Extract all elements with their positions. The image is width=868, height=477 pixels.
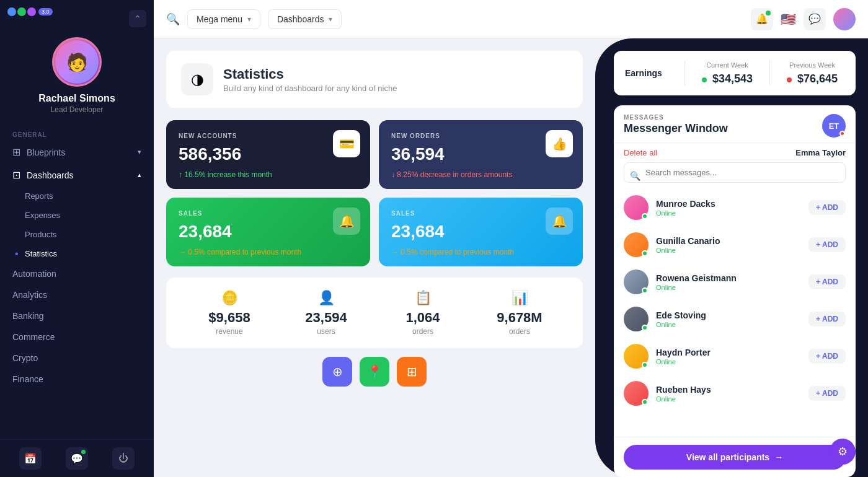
stats-icon: ◑: [191, 71, 204, 88]
haydn-add-button[interactable]: + ADD: [808, 349, 846, 364]
flag-icon[interactable]: 🇺🇸: [781, 12, 796, 27]
summary-orders: 📋 1,064 orders: [374, 290, 471, 336]
table-action-button[interactable]: ⊞: [397, 357, 427, 387]
contact-haydn[interactable]: Haydn Porter Online + ADD: [614, 338, 856, 375]
messenger-window: MESSAGES Messenger Window ET Delete all …: [614, 105, 856, 477]
sidebar-item-statistics[interactable]: Statistics: [19, 244, 154, 263]
rowena-add-button[interactable]: + ADD: [808, 274, 846, 289]
general-label: GENERAL: [0, 126, 154, 141]
new-accounts-change: ↑ 16.5% increase this month: [179, 170, 358, 179]
sidebar-item-banking[interactable]: Banking: [0, 305, 154, 326]
topbar: 🔍 Mega menu ▾ Dashboards ▾ 🔔 🇺🇸 💬: [154, 0, 868, 38]
sidebar-item-automation[interactable]: Automation: [0, 263, 154, 284]
sales-green-icon: 🔔: [333, 208, 360, 235]
expenses-dot: [149, 213, 154, 217]
gunilla-add-button[interactable]: + ADD: [808, 237, 846, 252]
messenger-title: Messenger Window: [624, 122, 822, 135]
dashboards-button[interactable]: Dashboards ▾: [268, 9, 342, 29]
reports-dot: [149, 194, 154, 198]
sidebar-item-dashboards[interactable]: ⊡ Dashboards ▴: [0, 164, 154, 186]
sidebar-top: 3.0 ⌃: [0, 0, 154, 19]
messages-button[interactable]: 💬: [804, 8, 826, 30]
reports-label: Reports: [25, 191, 53, 201]
messenger-header: MESSAGES Messenger Window ET: [614, 105, 856, 143]
rueben-online-dot: [642, 399, 648, 405]
blueprints-icon: ⊞: [12, 146, 20, 158]
messenger-search: 🔍: [614, 162, 856, 189]
haydn-online-dot: [642, 362, 648, 368]
ede-online-dot: [642, 325, 648, 331]
sidebar-item-finance[interactable]: Finance: [0, 369, 154, 390]
orders-value: 1,064: [374, 310, 471, 326]
products-dot: [149, 232, 154, 237]
revenue-value: $9,658: [181, 310, 278, 326]
search-messages-input[interactable]: [624, 162, 846, 183]
earnings-previous-week: Previous Week $76,645: [780, 61, 844, 85]
ede-add-button[interactable]: + ADD: [808, 312, 846, 326]
contact-ede[interactable]: Ede Stoving Online + ADD: [614, 300, 856, 338]
metric-new-orders: NEW ORDERS 36,594 ↓ 8.25% decrease in or…: [379, 120, 583, 189]
et-initials: ET: [829, 121, 839, 131]
mega-menu-button[interactable]: Mega menu ▾: [187, 9, 260, 29]
sidebar-item-analytics[interactable]: Analytics: [0, 284, 154, 305]
rowena-info: Rowena Geistmann Online: [656, 273, 801, 291]
contact-list: Munroe Dacks Online + ADD Gunilla Canari…: [614, 189, 856, 437]
orders2-value: 9,678M: [471, 310, 568, 326]
finance-label: Finance: [12, 374, 43, 384]
notification-badge: [766, 11, 771, 15]
rueben-name: Rueben Hays: [656, 385, 801, 395]
sales-blue-change: → 0.5% compared to previous month: [391, 248, 570, 256]
rueben-add-button[interactable]: + ADD: [808, 386, 846, 401]
rowena-status: Online: [656, 284, 801, 291]
previous-week-value: $76,645: [780, 72, 844, 85]
sidebar-item-reports[interactable]: Reports: [19, 186, 154, 206]
chat-button[interactable]: 💬: [66, 447, 88, 470]
ede-info: Ede Stoving Online: [656, 310, 801, 328]
et-avatar: ET: [822, 114, 846, 138]
sidebar-item-crypto[interactable]: Crypto: [0, 348, 154, 369]
view-all-arrow: →: [774, 452, 783, 462]
gunilla-avatar: [624, 232, 649, 257]
user-avatar[interactable]: [833, 8, 856, 30]
metric-new-accounts: NEW ACCOUNTS 586,356 ↑ 16.5% increase th…: [166, 120, 370, 189]
orders2-icon: 📊: [471, 290, 568, 306]
contact-munroe[interactable]: Munroe Dacks Online + ADD: [614, 189, 856, 226]
rueben-avatar: [624, 381, 649, 406]
revenue-icon: 🪙: [181, 290, 278, 306]
dashboards-btn-label: Dashboards: [277, 14, 324, 24]
rowena-online-dot: [642, 287, 648, 294]
sidebar-item-blueprints[interactable]: ⊞ Blueprints ▾: [0, 141, 154, 164]
delete-all-button[interactable]: Delete all: [624, 148, 657, 157]
users-icon: 👤: [278, 290, 374, 306]
new-accounts-icon: 💳: [333, 130, 360, 157]
mega-menu-chevron: ▾: [247, 15, 251, 24]
sidebar-collapse-button[interactable]: ⌃: [129, 10, 146, 27]
settings-fab-button[interactable]: ⚙: [830, 439, 856, 465]
contact-rowena[interactable]: Rowena Geistmann Online + ADD: [614, 263, 856, 300]
rowena-name: Rowena Geistmann: [656, 273, 801, 283]
calendar-button[interactable]: 📅: [19, 447, 42, 470]
notifications-button[interactable]: 🔔: [751, 8, 773, 30]
view-all-participants-button[interactable]: View all participants →: [624, 445, 846, 470]
location-action-button[interactable]: 📍: [360, 357, 389, 387]
haydn-info: Haydn Porter Online: [656, 348, 801, 365]
sidebar-item-products[interactable]: Products: [19, 225, 154, 244]
sales-blue-icon: 🔔: [546, 208, 573, 235]
add-action-button[interactable]: ⊕: [322, 357, 352, 387]
sales-green-change-text: → 0.5% compared to previous month: [179, 248, 301, 256]
contact-rueben[interactable]: Rueben Hays Online + ADD: [614, 375, 856, 412]
haydn-name: Haydn Porter: [656, 348, 801, 357]
sidebar-item-commerce[interactable]: Commerce: [0, 326, 154, 348]
statistics-dot: [149, 252, 154, 256]
analytics-label: Analytics: [12, 290, 47, 300]
power-button[interactable]: ⏻: [112, 447, 135, 470]
contact-gunilla[interactable]: Gunilla Canario Online + ADD: [614, 226, 856, 263]
search-icon[interactable]: 🔍: [166, 12, 180, 26]
sidebar-profile: 🧑 Rachael Simons Lead Developer: [0, 19, 154, 126]
logo-circle-green: [17, 7, 26, 16]
sidebar-bottom: 📅 💬 ⏻: [0, 439, 154, 477]
sidebar-item-expenses[interactable]: Expenses: [19, 206, 154, 225]
sales-blue-value: 23,684: [391, 222, 570, 242]
munroe-add-button[interactable]: + ADD: [808, 200, 846, 215]
stats-icon-box: ◑: [181, 63, 213, 95]
